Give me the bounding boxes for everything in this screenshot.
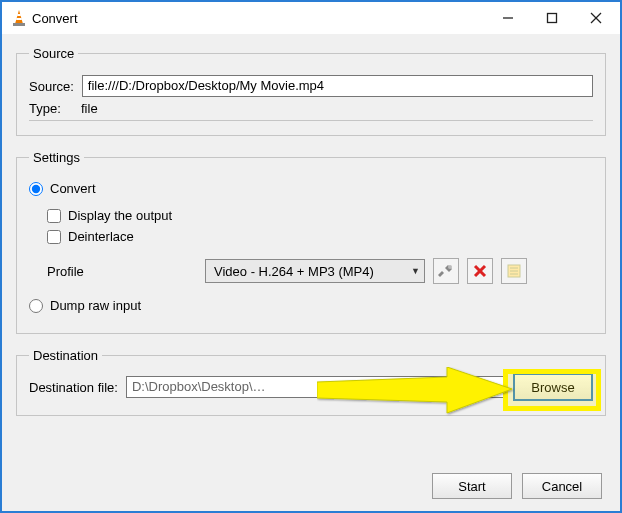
type-value: file [81, 101, 98, 116]
profile-label: Profile [47, 264, 197, 279]
source-input[interactable]: file:///D:/Dropbox/Desktop/My Movie.mp4 [82, 75, 593, 97]
svg-rect-5 [548, 14, 557, 23]
footer-buttons: Start Cancel [16, 467, 606, 501]
svg-point-8 [448, 265, 452, 269]
delete-profile-button[interactable] [467, 258, 493, 284]
svg-rect-1 [17, 14, 21, 16]
destination-legend: Destination [29, 348, 102, 363]
settings-group: Settings Convert Display the output Dein… [16, 150, 606, 334]
client-area: Source Source: file:///D:/Dropbox/Deskto… [2, 34, 620, 511]
vlc-icon [10, 9, 28, 27]
source-group: Source Source: file:///D:/Dropbox/Deskto… [16, 46, 606, 136]
chevron-down-icon: ▼ [411, 266, 420, 276]
deinterlace-checkbox-input[interactable] [47, 230, 61, 244]
new-profile-button[interactable] [501, 258, 527, 284]
source-label: Source: [29, 79, 74, 94]
tools-icon [438, 263, 454, 279]
type-label: Type: [29, 101, 73, 116]
destination-file-label: Destination file: [29, 380, 118, 395]
cancel-button[interactable]: Cancel [522, 473, 602, 499]
dump-raw-label: Dump raw input [50, 298, 141, 313]
display-output-checkbox[interactable]: Display the output [47, 208, 593, 223]
display-output-checkbox-input[interactable] [47, 209, 61, 223]
dump-raw-radio[interactable]: Dump raw input [29, 298, 593, 313]
svg-rect-3 [13, 23, 25, 26]
minimize-button[interactable] [486, 3, 530, 33]
destination-group: Destination Destination file: D:\Dropbox… [16, 348, 606, 416]
deinterlace-checkbox[interactable]: Deinterlace [47, 229, 593, 244]
window-title: Convert [28, 11, 486, 26]
delete-icon [472, 263, 488, 279]
convert-radio-label: Convert [50, 181, 96, 196]
destination-file-input[interactable]: D:\Dropbox\Desktop\… [126, 376, 505, 398]
start-button[interactable]: Start [432, 473, 512, 499]
settings-legend: Settings [29, 150, 84, 165]
profile-combobox[interactable]: Video - H.264 + MP3 (MP4) ▼ [205, 259, 425, 283]
titlebar: Convert [2, 2, 620, 34]
deinterlace-label: Deinterlace [68, 229, 134, 244]
convert-radio[interactable]: Convert [29, 181, 593, 196]
profile-selected: Video - H.264 + MP3 (MP4) [214, 264, 374, 279]
edit-profile-button[interactable] [433, 258, 459, 284]
maximize-button[interactable] [530, 3, 574, 33]
svg-marker-0 [15, 10, 23, 24]
convert-radio-input[interactable] [29, 182, 43, 196]
svg-rect-2 [16, 18, 22, 20]
source-legend: Source [29, 46, 78, 61]
dump-raw-radio-input[interactable] [29, 299, 43, 313]
close-button[interactable] [574, 3, 618, 33]
browse-button[interactable]: Browse [513, 373, 593, 401]
divider [29, 120, 593, 121]
new-icon [506, 263, 522, 279]
display-output-label: Display the output [68, 208, 172, 223]
